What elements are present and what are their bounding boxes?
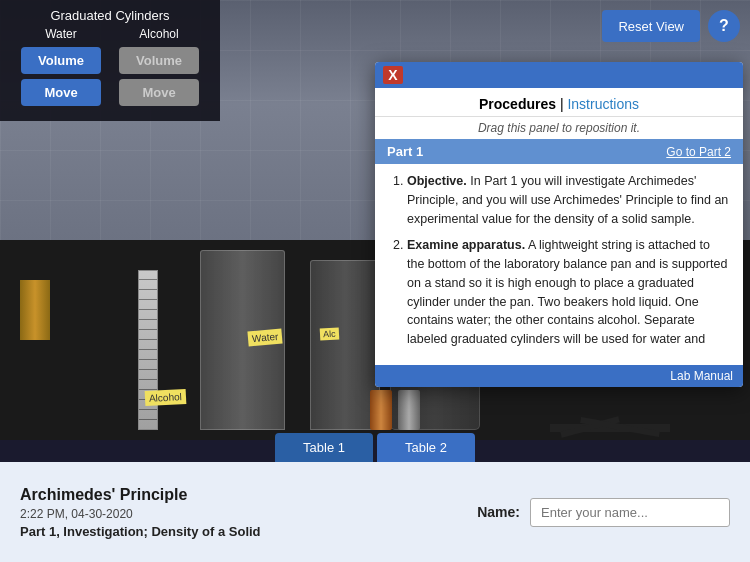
reset-view-button[interactable]: Reset View (602, 10, 700, 42)
top-control-panel: Graduated Cylinders Water Alcohol Volume… (0, 0, 220, 121)
panel-close-bar: X (375, 62, 743, 88)
water-volume-button[interactable]: Volume (21, 47, 101, 74)
small-cylinder-1 (370, 390, 392, 430)
panel-header-title: Procedures | Instructions (387, 96, 731, 112)
go-to-part2-button[interactable]: Go to Part 2 (666, 145, 731, 159)
lab-manual-button[interactable]: Lab Manual (375, 365, 743, 387)
panel-content: Objective. In Part 1 you will investigat… (375, 164, 743, 365)
item-1-bold: Objective. (407, 174, 467, 188)
tab-table2[interactable]: Table 2 (377, 433, 475, 462)
item-2-bold: Examine apparatus. (407, 238, 525, 252)
experiment-title: Archimedes' Principle (20, 486, 261, 504)
item-2-text: A lightweight string is attached to the … (407, 238, 727, 346)
part-header: Part 1 Go to Part 2 (375, 139, 743, 164)
help-button[interactable]: ? (708, 10, 740, 42)
procedures-title: Procedures (479, 96, 556, 112)
water-label: Water (247, 329, 282, 347)
ruler (138, 270, 158, 430)
item-1: Objective. In Part 1 you will investigat… (407, 172, 729, 228)
part-label: Part 1 (387, 144, 423, 159)
close-button[interactable]: X (383, 66, 403, 84)
bottom-tabs: Table 1 Table 2 (0, 433, 750, 462)
experiment-date: 2:22 PM, 04-30-2020 (20, 507, 261, 521)
panel-header: Procedures | Instructions (375, 88, 743, 117)
small-cylinder-2 (398, 390, 420, 430)
table-leg-left (20, 280, 50, 340)
alc-tag: Alc (320, 328, 339, 341)
experiment-subtitle: Part 1, Investigation; Density of a Soli… (20, 524, 261, 539)
panel-title: Graduated Cylinders (12, 8, 208, 23)
name-input[interactable] (530, 498, 730, 527)
water-move-button[interactable]: Move (21, 79, 101, 106)
water-col-header: Water (21, 27, 101, 41)
alcohol-volume-button[interactable]: Volume (119, 47, 199, 74)
instructions-link[interactable]: Instructions (567, 96, 639, 112)
alcohol-label: Alcohol (145, 389, 187, 406)
alcohol-col-header: Alcohol (119, 27, 199, 41)
bottom-bar: Archimedes' Principle 2:22 PM, 04-30-202… (0, 462, 750, 562)
top-right-controls: Reset View ? (602, 10, 740, 42)
drag-hint: Drag this panel to reposition it. (375, 117, 743, 139)
item-2: Examine apparatus. A lightweight string … (407, 236, 729, 349)
name-label: Name: (477, 504, 520, 520)
tab-table1[interactable]: Table 1 (275, 433, 373, 462)
bottom-right: Name: (477, 498, 730, 527)
alcohol-move-button[interactable]: Move (119, 79, 199, 106)
bottom-left: Archimedes' Principle 2:22 PM, 04-30-202… (20, 486, 261, 539)
procedures-panel: X Procedures | Instructions Drag this pa… (375, 62, 743, 387)
